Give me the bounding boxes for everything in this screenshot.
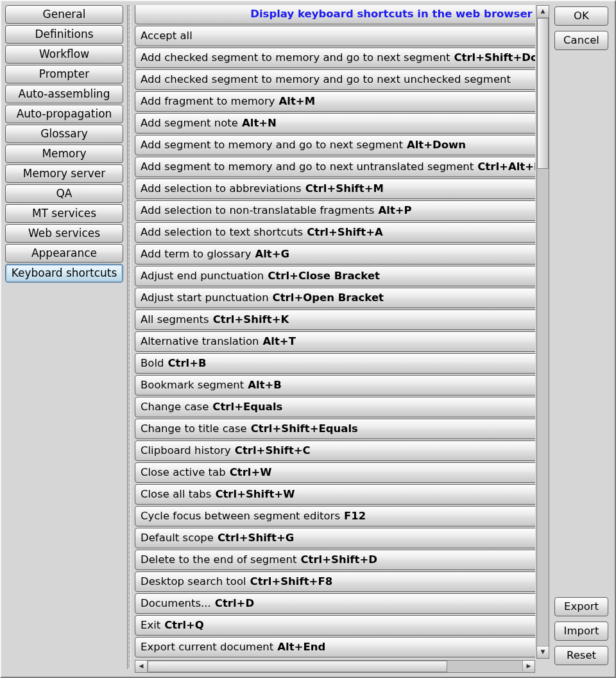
shortcut-name: Add checked segment to memory and go to … bbox=[141, 73, 511, 85]
sidebar-item-glossary[interactable]: Glossary bbox=[5, 125, 123, 143]
shortcut-row[interactable]: Adjust end punctuationCtrl+Close Bracket bbox=[135, 266, 535, 286]
shortcut-row[interactable]: Add segment to memory and go to next unt… bbox=[135, 157, 535, 177]
shortcut-key: Ctrl+Shift+G bbox=[218, 532, 294, 544]
shortcut-row[interactable]: Accept all bbox=[135, 26, 535, 46]
sidebar-item-prompter[interactable]: Prompter bbox=[5, 65, 123, 83]
hscroll-track[interactable] bbox=[147, 661, 523, 672]
shortcut-row[interactable]: All segmentsCtrl+Shift+K bbox=[135, 309, 535, 330]
shortcut-row[interactable]: Clipboard historyCtrl+Shift+C bbox=[135, 440, 535, 461]
shortcut-name: Bookmark segment bbox=[141, 379, 244, 391]
scroll-up-arrow-icon[interactable]: ▲ bbox=[537, 6, 549, 17]
preferences-sidebar: GeneralDefinitionsWorkflowPrompterAuto-a… bbox=[1, 1, 127, 677]
sidebar-item-auto-propagation[interactable]: Auto-propagation bbox=[5, 105, 123, 123]
shortcuts-viewport: Display keyboard shortcuts in the web br… bbox=[135, 5, 535, 659]
shortcut-name: All segments bbox=[141, 313, 209, 326]
shortcut-name: Add selection to non-translatable fragme… bbox=[141, 204, 374, 216]
shortcut-key: Alt+M bbox=[279, 95, 316, 107]
shortcut-key: Alt+End bbox=[277, 641, 325, 653]
shortcut-row[interactable]: ExitCtrl+Q bbox=[135, 615, 535, 636]
vscroll-thumb[interactable] bbox=[537, 18, 549, 169]
cancel-button[interactable]: Cancel bbox=[554, 31, 608, 50]
shortcut-row[interactable]: Alternative translationAlt+T bbox=[135, 331, 535, 352]
shortcut-row[interactable]: Bookmark segmentAlt+B bbox=[135, 375, 535, 396]
shortcut-key: Alt+G bbox=[255, 248, 289, 260]
shortcut-row[interactable]: Add selection to abbreviationsCtrl+Shift… bbox=[135, 178, 535, 199]
sidebar-item-general[interactable]: General bbox=[5, 5, 123, 24]
shortcut-row[interactable]: Adjust start punctuationCtrl+Open Bracke… bbox=[135, 288, 535, 308]
shortcut-key: Ctrl+Shift+Equals bbox=[251, 422, 358, 435]
scroll-down-arrow-icon[interactable]: ▼ bbox=[537, 647, 549, 658]
ok-button[interactable]: OK bbox=[554, 6, 608, 26]
sidebar-item-memory[interactable]: Memory bbox=[5, 144, 123, 163]
export-button[interactable]: Export bbox=[554, 597, 608, 616]
shortcut-row[interactable]: Documents...Ctrl+D bbox=[135, 593, 535, 614]
sidebar-item-mt-services[interactable]: MT services bbox=[5, 204, 123, 223]
shortcut-name: Export current document bbox=[141, 641, 273, 653]
sidebar-item-qa[interactable]: QA bbox=[5, 184, 123, 203]
sidebar-item-keyboard-shortcuts[interactable]: Keyboard shortcuts bbox=[5, 264, 123, 282]
shortcut-name: Bold bbox=[141, 357, 164, 369]
shortcut-key: Alt+T bbox=[263, 335, 296, 347]
vscroll-track[interactable] bbox=[537, 17, 549, 647]
scroll-right-arrow-icon[interactable]: ▶ bbox=[523, 661, 535, 672]
shortcut-row[interactable]: Add checked segment to memory and go to … bbox=[135, 48, 535, 68]
shortcut-row[interactable]: Add segment noteAlt+N bbox=[135, 113, 535, 134]
shortcut-key: Ctrl+B bbox=[167, 357, 206, 369]
import-button[interactable]: Import bbox=[554, 622, 608, 641]
shortcut-key: Ctrl+Close Bracket bbox=[268, 270, 380, 282]
shortcut-key: Ctrl+Shift+C bbox=[235, 444, 311, 456]
shortcut-name: Add checked segment to memory and go to … bbox=[141, 51, 450, 64]
shortcut-row[interactable]: Delete to the end of segmentCtrl+Shift+D bbox=[135, 550, 535, 570]
shortcut-row[interactable]: Export current documentAlt+End bbox=[135, 637, 535, 657]
shortcut-row[interactable]: BoldCtrl+B bbox=[135, 353, 535, 374]
vertical-scrollbar[interactable]: ▲ ▼ bbox=[536, 5, 549, 659]
sidebar-item-memory-server[interactable]: Memory server bbox=[5, 164, 123, 183]
sidebar-item-web-services[interactable]: Web services bbox=[5, 224, 123, 243]
shortcut-row[interactable]: Close all tabsCtrl+Shift+W bbox=[135, 484, 535, 505]
shortcut-key: Ctrl+Shift+F8 bbox=[250, 575, 333, 587]
shortcut-row[interactable]: Add selection to text shortcutsCtrl+Shif… bbox=[135, 222, 535, 243]
shortcut-row[interactable]: Close active tabCtrl+W bbox=[135, 462, 535, 483]
shortcut-name: Add selection to text shortcuts bbox=[141, 226, 303, 238]
shortcut-key: Ctrl+Shift+D bbox=[300, 553, 377, 566]
sidebar-item-definitions[interactable]: Definitions bbox=[5, 25, 123, 44]
scroll-left-arrow-icon[interactable]: ◀ bbox=[135, 661, 147, 672]
shortcut-name: Close all tabs bbox=[141, 488, 211, 500]
shortcut-row[interactable]: Add segment to memory and go to next seg… bbox=[135, 135, 535, 155]
display-shortcuts-link[interactable]: Display keyboard shortcuts in the web br… bbox=[135, 5, 535, 24]
sidebar-item-appearance[interactable]: Appearance bbox=[5, 244, 123, 263]
shortcut-row[interactable]: Add checked segment to memory and go to … bbox=[135, 69, 535, 90]
shortcut-key: Ctrl+Shift+W bbox=[215, 488, 295, 500]
shortcut-key: Ctrl+Shift+M bbox=[305, 182, 384, 195]
shortcut-row[interactable]: Default scopeCtrl+Shift+G bbox=[135, 528, 535, 548]
shortcuts-panel: Display keyboard shortcuts in the web br… bbox=[131, 1, 551, 677]
shortcut-key: Ctrl+Equals bbox=[212, 401, 282, 413]
sidebar-item-auto-assembling[interactable]: Auto-assembling bbox=[5, 85, 123, 103]
shortcut-row[interactable]: Add selection to non-translatable fragme… bbox=[135, 200, 535, 221]
shortcut-name: Alternative translation bbox=[141, 335, 259, 347]
shortcut-key: Ctrl+Q bbox=[164, 619, 204, 631]
shortcut-name: Default scope bbox=[141, 532, 214, 544]
shortcut-key: F12 bbox=[344, 510, 366, 522]
horizontal-scrollbar[interactable]: ◀ ▶ bbox=[135, 660, 535, 673]
shortcut-key: Ctrl+D bbox=[215, 597, 254, 609]
shortcut-key: Ctrl+Shift+A bbox=[307, 226, 383, 238]
shortcut-name: Add segment note bbox=[141, 117, 238, 129]
shortcut-row[interactable]: Add fragment to memoryAlt+M bbox=[135, 91, 535, 112]
shortcut-row[interactable]: Add term to glossaryAlt+G bbox=[135, 244, 535, 265]
shortcut-name: Close active tab bbox=[141, 466, 226, 478]
sidebar-item-workflow[interactable]: Workflow bbox=[5, 45, 123, 64]
shortcut-key: Alt+B bbox=[248, 379, 282, 391]
shortcut-name: Documents... bbox=[141, 597, 211, 609]
reset-button[interactable]: Reset bbox=[554, 646, 608, 665]
shortcut-row[interactable]: Change to title caseCtrl+Shift+Equals bbox=[135, 419, 535, 439]
hscroll-thumb[interactable] bbox=[148, 661, 447, 672]
shortcut-row[interactable]: Desktop search toolCtrl+Shift+F8 bbox=[135, 571, 535, 592]
shortcut-row[interactable]: Cycle focus between segment editorsF12 bbox=[135, 506, 535, 526]
shortcut-name: Adjust start punctuation bbox=[141, 291, 269, 304]
shortcut-name: Desktop search tool bbox=[141, 575, 246, 587]
shortcut-key: Ctrl+Shift+K bbox=[213, 313, 289, 326]
dialog-actions: OK Cancel Export Import Reset bbox=[551, 1, 615, 677]
shortcut-row[interactable]: Change caseCtrl+Equals bbox=[135, 397, 535, 417]
shortcut-name: Change case bbox=[141, 401, 209, 413]
